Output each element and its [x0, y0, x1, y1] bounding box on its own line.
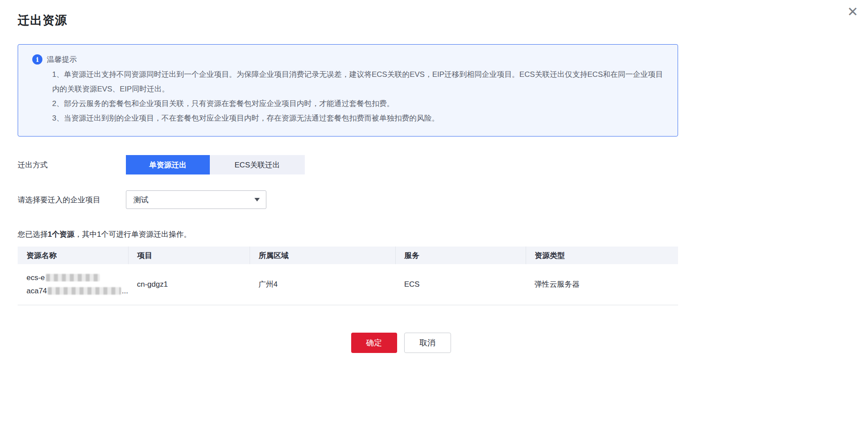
- col-header-project: 项目: [128, 247, 250, 264]
- chevron-down-icon: [254, 198, 260, 201]
- resource-name-prefix-1: ecs-e: [27, 271, 45, 284]
- table-row: ecs-e aca74... cn-gdgz1 广州4 ECS 弹性云服务器: [18, 264, 678, 305]
- summary-prefix: 您已选择: [18, 230, 48, 239]
- cell-resource-name: ecs-e aca74...: [18, 264, 128, 305]
- tip-line-1: 1、单资源迁出支持不同资源同时迁出到一个企业项目。为保障企业项目消费记录无误差，…: [52, 67, 664, 96]
- target-project-row: 请选择要迁入的企业项目 测试: [18, 190, 678, 209]
- select-value: 测试: [133, 195, 148, 205]
- col-header-resource-type: 资源类型: [526, 247, 678, 264]
- table-header-row: 资源名称 项目 所属区域 服务 资源类型: [18, 247, 678, 264]
- summary-suffix: ，其中1个可进行单资源迁出操作。: [74, 230, 191, 239]
- tip-line-3: 3、当资源迁出到别的企业项目，不在套餐包对应企业项目内时，存在资源无法通过套餐包…: [52, 111, 664, 125]
- cell-project: cn-gdgz1: [128, 264, 250, 305]
- migrate-mode-label: 迁出方式: [18, 160, 126, 170]
- page-title: 迁出资源: [18, 12, 850, 28]
- cancel-button[interactable]: 取消: [404, 333, 451, 353]
- summary-count: 1个资源: [48, 230, 74, 239]
- tab-ecs-associated-migrate[interactable]: ECS关联迁出: [210, 155, 305, 174]
- col-header-service: 服务: [395, 247, 526, 264]
- tip-alert-title: 温馨提示: [47, 54, 77, 64]
- confirm-button[interactable]: 确定: [351, 333, 397, 353]
- selection-summary: 您已选择1个资源，其中1个可进行单资源迁出操作。: [18, 229, 850, 239]
- col-header-region: 所属区域: [250, 247, 395, 264]
- resource-name-line-2: aca74...: [27, 284, 128, 298]
- tip-line-2: 2、部分云服务的套餐包和企业项目关联，只有资源在套餐包对应企业项目内时，才能通过…: [52, 96, 664, 111]
- redacted-text: [46, 274, 100, 281]
- enterprise-project-select[interactable]: 测试: [126, 190, 266, 209]
- migrate-out-dialog: ✕ 迁出资源 i 温馨提示 1、单资源迁出支持不同资源同时迁出到一个企业项目。为…: [0, 0, 868, 421]
- resource-name-line-1: ecs-e: [27, 271, 128, 284]
- tip-alert-header: i 温馨提示: [32, 54, 664, 64]
- tab-single-resource-migrate[interactable]: 单资源迁出: [126, 155, 210, 174]
- resource-name-ellipsis: ...: [122, 284, 128, 298]
- cell-resource-type: 弹性云服务器: [526, 264, 678, 305]
- col-header-resource-name: 资源名称: [18, 247, 128, 264]
- cell-region: 广州4: [250, 264, 395, 305]
- resource-table: 资源名称 项目 所属区域 服务 资源类型 ecs-e aca74... cn-g…: [18, 247, 678, 305]
- resource-name-prefix-2: aca74: [27, 284, 47, 298]
- cell-service: ECS: [395, 264, 526, 305]
- tip-alert-box: i 温馨提示 1、单资源迁出支持不同资源同时迁出到一个企业项目。为保障企业项目消…: [18, 44, 678, 137]
- target-project-label: 请选择要迁入的企业项目: [18, 195, 126, 205]
- close-icon[interactable]: ✕: [847, 5, 858, 19]
- migrate-mode-row: 迁出方式 单资源迁出 ECS关联迁出: [18, 155, 678, 174]
- migrate-mode-tabs: 单资源迁出 ECS关联迁出: [126, 155, 305, 174]
- info-icon: i: [32, 54, 42, 64]
- dialog-footer: 确定 取消: [71, 333, 731, 353]
- tip-alert-body: 1、单资源迁出支持不同资源同时迁出到一个企业项目。为保障企业项目消费记录无误差，…: [52, 67, 664, 125]
- redacted-text: [48, 287, 121, 295]
